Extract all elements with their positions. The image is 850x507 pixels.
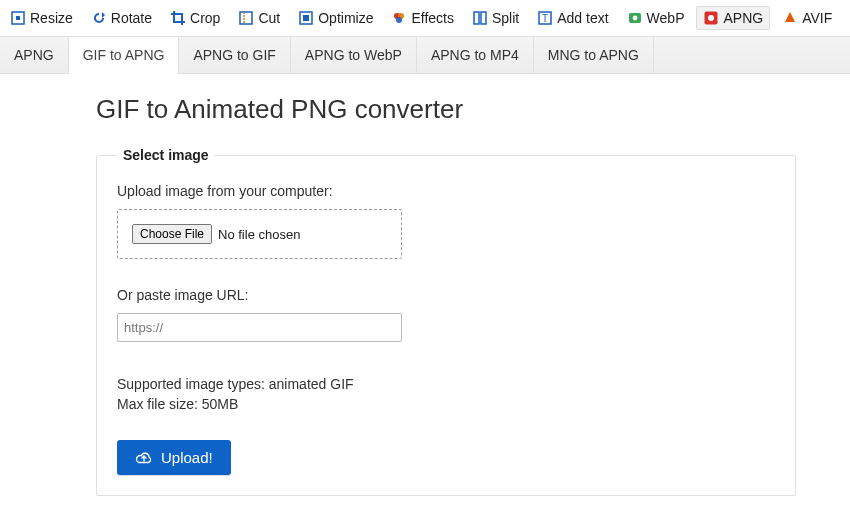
subtab-gif-to-apng[interactable]: GIF to APNG xyxy=(69,37,180,74)
subtab-label: APNG to WebP xyxy=(305,47,402,63)
addtext-icon: T xyxy=(537,10,553,26)
webp-icon xyxy=(627,10,643,26)
fieldset-legend: Select image xyxy=(117,147,215,163)
subtab-label: APNG to MP4 xyxy=(431,47,519,63)
subtab-apng-to-gif[interactable]: APNG to GIF xyxy=(179,37,290,73)
tool-label: Resize xyxy=(30,10,73,26)
subtab-label: MNG to APNG xyxy=(548,47,639,63)
main-toolbar: Resize Rotate Crop Cut Optimize Effects xyxy=(0,0,850,36)
apng-icon xyxy=(703,10,719,26)
tool-label: WebP xyxy=(647,10,685,26)
tool-webp[interactable]: WebP xyxy=(621,6,691,30)
effects-icon xyxy=(391,10,407,26)
subtab-label: GIF to APNG xyxy=(83,47,165,63)
svg-text:T: T xyxy=(542,13,548,24)
tool-apng[interactable]: APNG xyxy=(696,6,770,30)
tool-effects[interactable]: Effects xyxy=(385,6,460,30)
tool-crop[interactable]: Crop xyxy=(164,6,226,30)
tool-label: APNG xyxy=(723,10,763,26)
svg-rect-4 xyxy=(303,15,309,21)
or-paste-label: Or paste image URL: xyxy=(117,287,775,303)
cut-icon xyxy=(238,10,254,26)
choose-file-button[interactable]: Choose File xyxy=(132,224,212,244)
upload-button-label: Upload! xyxy=(161,449,213,466)
tool-label: Crop xyxy=(190,10,220,26)
sub-tab-bar: APNG GIF to APNG APNG to GIF APNG to Web… xyxy=(0,36,850,74)
tool-label: Effects xyxy=(411,10,454,26)
svg-rect-1 xyxy=(240,12,252,24)
cloud-upload-icon xyxy=(135,450,153,466)
rotate-icon xyxy=(91,10,107,26)
tool-label: Rotate xyxy=(111,10,152,26)
tool-label: Add text xyxy=(557,10,608,26)
svg-point-7 xyxy=(396,17,402,23)
avif-icon xyxy=(782,10,798,26)
upload-button[interactable]: Upload! xyxy=(117,440,231,475)
tool-label: Split xyxy=(492,10,519,26)
optimize-icon xyxy=(298,10,314,26)
resize-icon xyxy=(10,10,26,26)
svg-rect-8 xyxy=(474,12,479,24)
tool-split[interactable]: Split xyxy=(466,6,525,30)
file-dropzone[interactable]: Choose File No file chosen xyxy=(117,209,402,259)
main-content: GIF to Animated PNG converter Select ima… xyxy=(0,74,850,507)
subtab-apng-to-webp[interactable]: APNG to WebP xyxy=(291,37,417,73)
tool-rotate[interactable]: Rotate xyxy=(85,6,158,30)
file-status-text: No file chosen xyxy=(218,227,300,242)
tool-add-text[interactable]: T Add text xyxy=(531,6,614,30)
max-filesize-text: Max file size: 50MB xyxy=(117,396,775,412)
svg-rect-9 xyxy=(481,12,486,24)
tool-resize[interactable]: Resize xyxy=(4,6,79,30)
crop-icon xyxy=(170,10,186,26)
subtab-label: APNG to GIF xyxy=(193,47,275,63)
tool-label: Cut xyxy=(258,10,280,26)
image-url-input[interactable] xyxy=(117,313,402,342)
svg-point-13 xyxy=(632,16,637,21)
page-title: GIF to Animated PNG converter xyxy=(96,94,850,125)
svg-point-15 xyxy=(708,15,714,21)
subtab-apng-to-mp4[interactable]: APNG to MP4 xyxy=(417,37,534,73)
subtab-label: APNG xyxy=(14,47,54,63)
tool-label: AVIF xyxy=(802,10,832,26)
subtab-apng[interactable]: APNG xyxy=(0,37,69,73)
select-image-panel: Select image Upload image from your comp… xyxy=(96,147,796,496)
split-icon xyxy=(472,10,488,26)
tool-optimize[interactable]: Optimize xyxy=(292,6,379,30)
subtab-mng-to-apng[interactable]: MNG to APNG xyxy=(534,37,654,73)
tool-label: Optimize xyxy=(318,10,373,26)
tool-cut[interactable]: Cut xyxy=(232,6,286,30)
upload-label: Upload image from your computer: xyxy=(117,183,775,199)
supported-types-text: Supported image types: animated GIF xyxy=(117,376,775,392)
tool-avif[interactable]: AVIF xyxy=(776,6,838,30)
